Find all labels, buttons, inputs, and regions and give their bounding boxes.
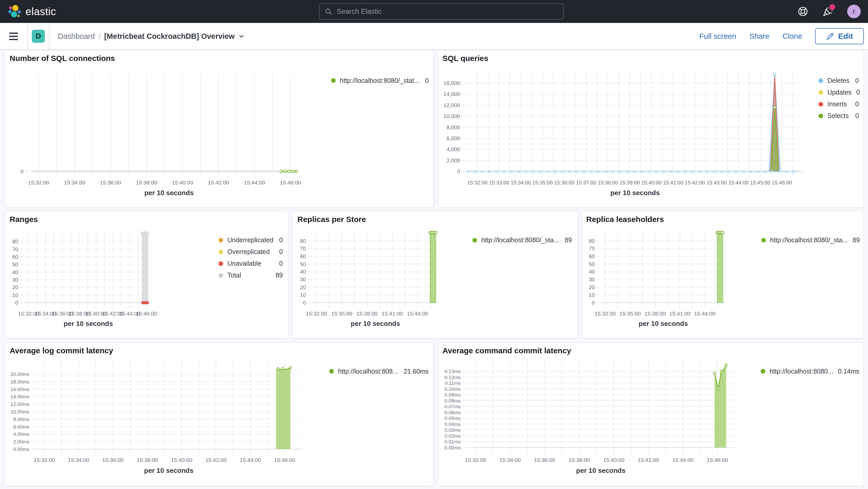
svg-text:15:32:00: 15:32:00 — [28, 180, 50, 185]
user-avatar[interactable]: r — [847, 5, 861, 18]
edit-button[interactable]: Edit — [815, 28, 864, 44]
svg-text:15:40:00: 15:40:00 — [172, 180, 193, 185]
clone-button[interactable]: Clone — [782, 32, 802, 41]
help-icon — [798, 6, 808, 17]
svg-text:per 10 seconds: per 10 seconds — [144, 467, 193, 475]
svg-text:15:36:00: 15:36:00 — [534, 457, 556, 463]
legend-series-label: Inserts — [827, 100, 847, 108]
legend-series-label: http://localhost:8080/_stat... — [340, 77, 420, 84]
svg-text:8.00ms: 8.00ms — [13, 417, 29, 422]
series-color-dot — [218, 261, 223, 266]
legend-series-label: http://localhost:8080/_sta... — [481, 236, 559, 244]
news-button[interactable] — [822, 6, 834, 17]
svg-text:14,000: 14,000 — [443, 91, 460, 97]
series-color-dot — [818, 90, 823, 95]
svg-text:15:36:00: 15:36:00 — [102, 457, 124, 463]
chart-canvas[interactable]: 0102030405060708015:32:0015:35:0015:38:0… — [293, 211, 577, 338]
chart-legend: http://localhost:8080...0.14ms — [761, 366, 859, 377]
svg-text:15:46:00: 15:46:00 — [772, 180, 792, 185]
panel-sql-queries: SQL queries 02,0004,0006,0008,00010,0001… — [437, 50, 864, 208]
svg-text:30: 30 — [12, 277, 18, 283]
series-color-dot — [818, 79, 823, 83]
svg-text:15:42:00: 15:42:00 — [638, 457, 659, 463]
chart-canvas[interactable]: 02,0004,0006,0008,00010,00012,00014,0001… — [438, 50, 864, 207]
svg-text:14.00ms: 14.00ms — [10, 394, 29, 399]
svg-text:15:32:00: 15:32:00 — [594, 310, 616, 316]
chart-legend: http://localhost:8080/_sta...89 — [761, 234, 858, 246]
page-title[interactable]: [Metricbeat CockroachDB] Overview — [104, 32, 245, 41]
menu-button[interactable] — [0, 23, 27, 50]
svg-text:15:41:00: 15:41:00 — [381, 310, 403, 316]
legend-series-label: http://localhost:808... — [338, 368, 398, 375]
legend-series-value: 0.14ms — [833, 368, 859, 375]
legend-item[interactable]: Overreplicated0 — [218, 246, 283, 258]
chart-canvas[interactable]: 0.00ms0.01ms0.02ms0.03ms0.04ms0.05ms0.06… — [438, 343, 864, 486]
series-color-dot — [331, 78, 336, 83]
legend-item[interactable]: http://localhost:8080/_sta...89 — [761, 234, 858, 246]
panel-title: Replicas per Store — [298, 215, 366, 224]
svg-text:15:44:00: 15:44:00 — [407, 310, 428, 316]
help-button[interactable] — [797, 6, 809, 17]
breadcrumb-dashboard-link[interactable]: Dashboard — [58, 32, 95, 41]
elastic-logo[interactable]: elastic — [8, 0, 56, 23]
global-header: elastic — [0, 0, 868, 23]
chart-canvas[interactable]: 0102030405060708015:32:0015:35:0015:38:0… — [582, 211, 864, 338]
series-color-dot — [761, 238, 766, 243]
svg-text:0.05ms: 0.05ms — [444, 416, 461, 421]
search-input[interactable] — [336, 7, 558, 16]
chart-canvas[interactable]: 015:32:0015:34:0015:36:0015:38:0015:40:0… — [5, 50, 433, 207]
svg-text:40: 40 — [300, 269, 306, 275]
notification-badge — [830, 4, 835, 10]
legend-series-label: Deletes — [827, 77, 849, 84]
svg-text:per 10 seconds: per 10 seconds — [351, 320, 400, 328]
svg-text:15:44:00: 15:44:00 — [694, 310, 715, 316]
svg-text:2.00ms: 2.00ms — [13, 439, 29, 445]
svg-text:30: 30 — [589, 276, 595, 282]
full-screen-button[interactable]: Full screen — [699, 32, 736, 41]
series-color-dot — [218, 250, 223, 254]
chart-canvas[interactable]: 0.00ms2.00ms4.00ms6.00ms8.00ms10.00ms12.… — [5, 343, 433, 486]
legend-series-value: 89 — [848, 236, 860, 244]
legend-item[interactable]: Deletes0 — [818, 75, 859, 87]
dashboard-app-badge[interactable]: D — [32, 30, 45, 43]
svg-text:70: 70 — [300, 245, 306, 251]
legend-item[interactable]: Inserts0 — [818, 98, 859, 110]
svg-text:0.04ms: 0.04ms — [444, 422, 461, 427]
series-color-dot — [472, 238, 477, 243]
series-color-dot — [218, 273, 223, 278]
legend-item[interactable]: Selects0 — [818, 110, 859, 122]
svg-text:per 10 seconds: per 10 seconds — [611, 189, 660, 197]
legend-item[interactable]: Total89 — [218, 269, 283, 281]
legend-series-label: http://localhost:8080/_sta... — [770, 236, 848, 244]
legend-item[interactable]: Updates0 — [818, 87, 859, 98]
dashboard-toolbar: D Dashboard / [Metricbeat CockroachDB] O… — [0, 23, 868, 50]
svg-text:80: 80 — [300, 238, 306, 244]
search-icon — [325, 8, 332, 15]
svg-text:15:44:00: 15:44:00 — [672, 457, 693, 463]
share-button[interactable]: Share — [749, 32, 769, 41]
legend-series-value: 0 — [420, 77, 429, 84]
legend-item[interactable]: Underreplicated0 — [218, 234, 283, 246]
series-color-dot — [329, 369, 334, 374]
chart-legend: http://localhost:8080/_sta...89 — [472, 234, 572, 246]
svg-text:60: 60 — [300, 253, 306, 259]
svg-text:2,000: 2,000 — [446, 157, 460, 163]
svg-text:80: 80 — [589, 238, 595, 244]
legend-item[interactable]: Unavailable0 — [218, 258, 283, 269]
svg-text:0.08ms: 0.08ms — [444, 398, 461, 403]
global-search[interactable] — [319, 3, 564, 20]
legend-item[interactable]: http://localhost:8080/_stat...0 — [331, 75, 429, 86]
svg-text:10,000: 10,000 — [443, 113, 460, 119]
svg-text:16,000: 16,000 — [443, 80, 460, 86]
panel-number-of-sql-connections: Number of SQL connections 015:32:0015:34… — [5, 50, 433, 208]
svg-text:0.11ms: 0.11ms — [445, 380, 461, 386]
svg-text:0: 0 — [303, 300, 306, 306]
legend-item[interactable]: http://localhost:808...21.60ms — [329, 366, 429, 377]
svg-text:15:34:00: 15:34:00 — [64, 180, 86, 185]
legend-item[interactable]: http://localhost:8080/_sta...89 — [472, 234, 572, 246]
legend-series-value: 0 — [275, 236, 283, 244]
svg-text:15:33:00: 15:33:00 — [489, 180, 509, 185]
legend-item[interactable]: http://localhost:8080...0.14ms — [761, 366, 859, 377]
svg-text:0.06ms: 0.06ms — [444, 410, 461, 415]
svg-text:10: 10 — [589, 292, 595, 298]
